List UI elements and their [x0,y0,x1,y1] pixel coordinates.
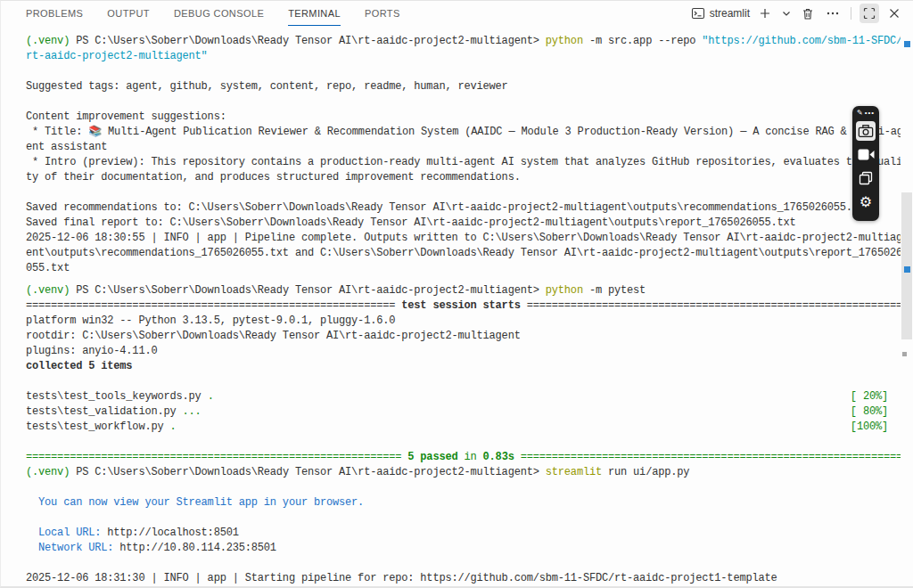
close-panel-icon[interactable] [884,4,904,23]
terminal-line [26,64,901,79]
terminal-line: Saved recommendations to: C:\Users\Sober… [26,200,901,216]
panel-tabbar: PROBLEMSOUTPUTDEBUG CONSOLETERMINALPORTS… [1,1,913,26]
more-actions-ellipsis-icon[interactable] [823,4,843,23]
terminal-line: Content improvement suggestions: [26,110,901,125]
terminal-line: tests\test_workflow.py .[100%] [26,420,901,435]
more-dots-icon: ••• [865,110,875,117]
tab-output[interactable]: OUTPUT [107,1,150,26]
terminal-line: 2025-12-06 18:31:30 | INFO | app | Start… [26,571,901,586]
terminal-line: tests\test_tools_keywords.py .[ 20%] [26,389,901,404]
tab-problems[interactable]: PROBLEMS [26,1,83,26]
launch-profile-chevron-icon[interactable] [780,4,793,23]
panel-tabs: PROBLEMSOUTPUTDEBUG CONSOLETERMINALPORTS [26,1,424,26]
overview-ruler-mark [904,41,910,47]
terminal-line: rt-aaidc-project2-multiagent" [26,49,901,64]
tab-ports[interactable]: PORTS [365,1,400,26]
progress-percent: [100%] [851,420,901,435]
capture-widget-header[interactable]: ✎ ••• [857,108,875,118]
terminal-line: Suggested tags: agent, github, system, c… [26,79,901,94]
progress-percent: [ 80%] [851,404,901,420]
settings-gear-icon[interactable]: ⚙ [855,192,876,213]
terminal-line: ty of their documentation, and produces … [26,170,901,185]
terminal-line: collected 5 items [26,359,901,374]
vscode-panel: PROBLEMSOUTPUTDEBUG CONSOLETERMINALPORTS… [0,0,913,588]
terminal-icon [691,6,705,20]
maximize-panel-icon[interactable] [860,4,879,23]
new-terminal-plus-icon[interactable] [755,4,775,23]
terminal-actions: streamlit [691,4,913,23]
terminal-line: ent\outputs\recommendations_1765026055.t… [26,246,901,261]
tab-terminal[interactable]: TERMINAL [288,1,341,26]
kill-terminal-trash-icon[interactable] [798,4,818,23]
terminal-line: ========================================… [26,298,901,314]
terminal-line [26,94,901,110]
terminal-line: ent assistant [26,140,901,155]
terminal-line: ========================================… [26,450,901,465]
terminal-scrollbar[interactable] [901,26,913,587]
terminal-line [26,435,901,450]
terminal-line: Saved final report to: C:\Users\Soberr\D… [26,216,901,231]
terminal-line: Network URL: http://10.80.114.235:8501 [26,541,901,556]
terminal-line: * Intro (preview): This repository conta… [26,155,901,170]
screenshot-camera-icon[interactable] [856,121,876,141]
toolbar-divider [851,7,851,20]
terminal-line: 2025-12-06 18:30:55 | INFO | app | Pipel… [26,231,901,246]
terminal-line: (.venv) PS C:\Users\Soberr\Downloads\Rea… [26,465,901,480]
pen-icon: ✎ [857,110,863,117]
terminal-profile-selector[interactable]: streamlit [691,6,750,20]
overview-ruler-mark [902,352,907,356]
copy-icon[interactable] [855,167,876,189]
terminal-line: platform win32 -- Python 3.13.5, pytest-… [26,314,901,329]
terminal-line: (.venv) PS C:\Users\Soberr\Downloads\Rea… [26,34,901,49]
terminal-line [26,556,901,571]
terminal-line: plugins: anyio-4.11.0 [26,344,901,359]
screen-capture-widget: ✎ ••• ⚙ [852,106,879,221]
terminal-line: Local URL: http://localhost:8501 [26,526,901,541]
terminal-line: You can now view your Streamlit app in y… [26,495,901,510]
terminal-line [26,374,901,389]
terminal-line: (.venv) PS C:\Users\Soberr\Downloads\Rea… [26,283,901,298]
terminal-line [26,185,901,200]
terminal-line: rootdir: C:\Users\Soberr\Downloads\Ready… [26,329,901,344]
terminal-line [26,510,901,526]
terminal-line [26,480,901,495]
progress-percent: [ 20%] [851,389,901,404]
terminal-line: 055.txt [26,261,901,276]
terminal-profile-label: streamlit [710,7,750,20]
record-video-icon[interactable] [855,143,876,165]
tab-debug-console[interactable]: DEBUG CONSOLE [174,1,264,26]
terminal-line: tests\test_validation.py ...[ 80%] [26,404,901,420]
terminal-line: * Title: 📚 Multi-Agent Publication Revie… [26,125,901,140]
overview-ruler-mark [904,266,910,273]
terminal-output[interactable]: (.venv) PS C:\Users\Soberr\Downloads\Rea… [1,26,913,586]
